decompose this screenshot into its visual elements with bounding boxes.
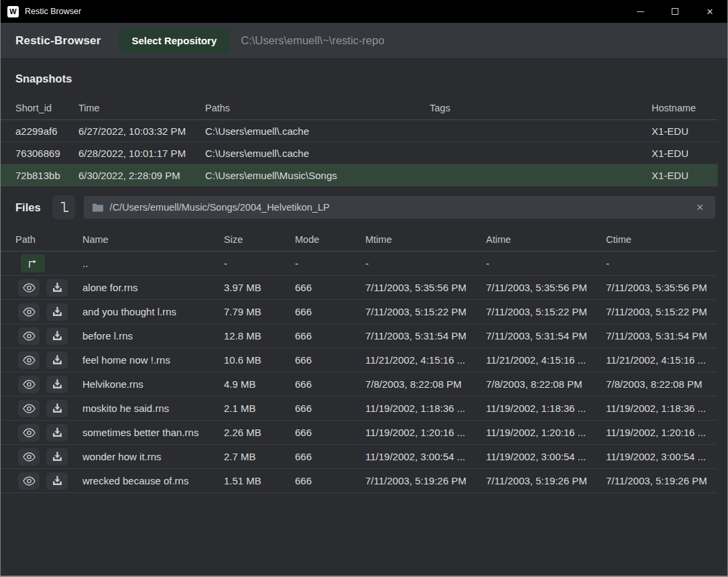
download-button[interactable]: [46, 279, 68, 297]
mode-cell: 666: [295, 475, 365, 486]
preview-button[interactable]: [18, 472, 40, 490]
preview-button[interactable]: [18, 400, 40, 417]
clear-path-button[interactable]: ✕: [693, 201, 707, 214]
files-action-button[interactable]: [52, 195, 75, 219]
short-id-cell: a2299af6: [15, 125, 78, 137]
file-path-input[interactable]: /C/Users/emuell/Music/Songs/2004_Helveti…: [84, 196, 715, 219]
minimize-icon: [637, 11, 644, 12]
name-cell[interactable]: sometimes better than.rns: [82, 427, 224, 438]
hostname-cell: X1-EDU: [652, 125, 718, 137]
file-path-value: /C/Users/emuell/Music/Songs/2004_Helveti…: [110, 202, 330, 213]
name-cell[interactable]: feel home now !.rns: [82, 354, 224, 366]
name-cell[interactable]: moskito he said.rns: [82, 403, 224, 414]
mode-cell: 666: [295, 403, 365, 414]
eye-icon: [23, 404, 36, 413]
download-button[interactable]: [46, 400, 68, 417]
mode-cell: 666: [295, 378, 365, 390]
preview-button[interactable]: [18, 279, 40, 297]
mtime-cell: 11/19/2002, 1:20:16 ...: [365, 427, 486, 438]
toolbar: Restic-Browser Select Repository C:\User…: [1, 23, 727, 59]
file-row: sometimes better than.rns 2.26 MB 666 11…: [1, 421, 717, 445]
snapshots-heading: Snapshots: [1, 59, 727, 96]
name-cell[interactable]: Helvikone.rns: [82, 378, 224, 390]
snapshot-row[interactable]: 76306869 6/28/2022, 10:01:17 PM C:\Users…: [1, 142, 718, 164]
name-cell[interactable]: alone for.rns: [82, 282, 224, 293]
preview-button[interactable]: [18, 327, 40, 345]
download-button[interactable]: [46, 327, 68, 345]
column-header-paths: Paths: [205, 103, 430, 113]
minimize-button[interactable]: [623, 0, 658, 23]
paths-cell: C:\Users\emuell\Music\Songs: [205, 170, 430, 181]
atime-cell: 11/19/2002, 3:00:54 ...: [486, 451, 606, 462]
ctime-cell: 7/11/2003, 5:19:26 PM: [606, 475, 717, 486]
size-cell: 2.1 MB: [224, 403, 295, 414]
preview-button[interactable]: [18, 424, 40, 441]
ctime-cell: 7/11/2003, 5:31:54 PM: [606, 330, 717, 342]
atime-cell: 7/11/2003, 5:19:26 PM: [486, 475, 606, 486]
time-cell: 6/28/2022, 10:01:17 PM: [78, 148, 205, 159]
download-button[interactable]: [46, 448, 68, 466]
ctime-cell: 7/11/2003, 5:15:22 PM: [606, 306, 717, 317]
column-header-mtime: Mtime: [365, 234, 486, 245]
download-button[interactable]: [46, 472, 68, 490]
download-button[interactable]: [46, 303, 68, 321]
file-row: moskito he said.rns 2.1 MB 666 11/19/200…: [1, 397, 717, 421]
up-directory-button[interactable]: [21, 254, 45, 272]
eye-icon: [23, 452, 36, 462]
eye-icon: [23, 476, 36, 486]
download-icon: [52, 452, 62, 462]
mode-cell: -: [295, 258, 365, 269]
column-header-ctime: Ctime: [606, 234, 717, 245]
preview-button[interactable]: [18, 303, 40, 321]
download-icon: [52, 476, 62, 486]
column-header-path: Path: [15, 234, 82, 245]
snapshot-row-selected[interactable]: 72b813bb 6/30/2022, 2:28:09 PM C:\Users\…: [1, 164, 718, 187]
mtime-cell: 11/21/2002, 4:15:16 ...: [365, 354, 486, 366]
column-header-size: Size: [224, 234, 295, 245]
download-icon: [52, 307, 62, 317]
download-icon: [52, 427, 62, 437]
paths-cell: C:\Users\emuell\.cache: [205, 148, 430, 159]
repository-path: C:\Users\emuell\~\restic-repo: [241, 34, 384, 47]
column-header-atime: Atime: [486, 234, 606, 245]
size-cell: 2.26 MB: [224, 427, 295, 438]
name-cell[interactable]: wrecked because of.rns: [82, 475, 224, 486]
mode-cell: 666: [295, 354, 365, 366]
eye-icon: [23, 356, 36, 365]
ctime-cell: 11/19/2002, 3:00:54 ...: [606, 451, 717, 462]
up-arrow-icon: [27, 259, 38, 268]
close-button[interactable]: ✕: [692, 0, 727, 23]
mtime-cell: 11/19/2002, 1:18:36 ...: [365, 403, 486, 414]
window-controls: ✕: [623, 0, 727, 23]
download-icon: [52, 331, 62, 341]
name-cell[interactable]: and you thought l.rns: [82, 306, 224, 317]
size-cell: 1.51 MB: [224, 475, 295, 486]
snapshot-row[interactable]: a2299af6 6/27/2022, 10:03:32 PM C:\Users…: [1, 120, 718, 142]
name-cell[interactable]: before l.rns: [82, 330, 224, 342]
file-row: alone for.rns 3.97 MB 666 7/11/2003, 5:3…: [1, 276, 717, 300]
short-id-cell: 76306869: [15, 148, 78, 159]
download-button[interactable]: [46, 376, 68, 393]
select-repository-button[interactable]: Select Repository: [119, 28, 231, 53]
mtime-cell: 7/8/2003, 8:22:08 PM: [365, 378, 486, 390]
download-icon: [52, 282, 62, 293]
download-button[interactable]: [46, 352, 68, 369]
ctime-cell: -: [606, 258, 717, 269]
snapshots-header-row: Short_id Time Paths Tags Hostname: [1, 96, 718, 120]
size-cell: 7.79 MB: [224, 306, 295, 317]
files-bar: Files /C/Users/emuell/Music/Songs/2004_H…: [1, 195, 727, 219]
name-cell[interactable]: wonder how it.rns: [82, 451, 224, 462]
preview-button[interactable]: [18, 376, 40, 393]
maximize-button[interactable]: [658, 0, 692, 23]
preview-button[interactable]: [18, 448, 40, 466]
time-cell: 6/27/2022, 10:03:32 PM: [78, 125, 205, 137]
mode-cell: 666: [295, 306, 365, 317]
mtime-cell: 7/11/2003, 5:19:26 PM: [365, 475, 486, 486]
name-cell[interactable]: ..: [82, 258, 224, 269]
folder-icon: [93, 203, 103, 212]
clear-icon: ✕: [696, 202, 704, 213]
size-cell: 3.97 MB: [224, 282, 295, 293]
preview-button[interactable]: [18, 352, 40, 369]
size-cell: -: [224, 258, 295, 269]
download-button[interactable]: [46, 424, 68, 441]
